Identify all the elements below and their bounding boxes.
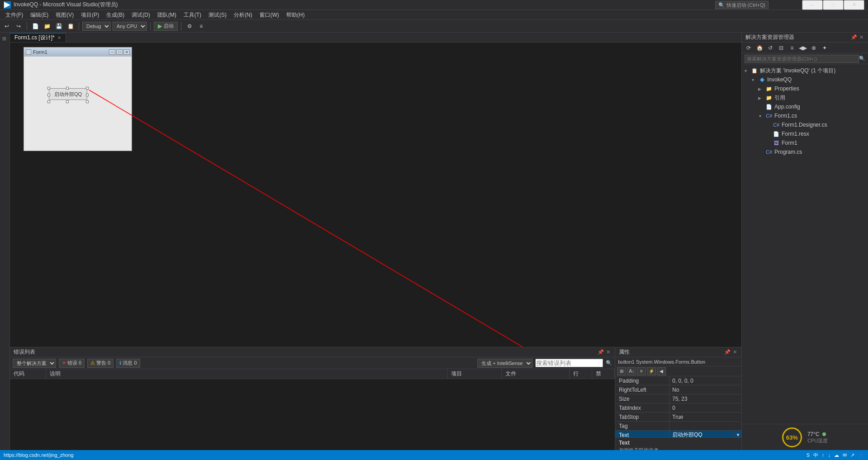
properties-panel-header: 属性 📌 ✕ — [615, 347, 741, 357]
cpu-temp-display: 77°C CPU温度 — [807, 431, 828, 444]
toolbar-separator-3 — [150, 22, 151, 30]
error-list-pin-btn[interactable]: 📌 — [598, 349, 604, 356]
minimize-button[interactable]: ─ — [802, 0, 823, 10]
se-search-btn[interactable]: 🔍 — [859, 56, 865, 62]
tree-item-icon: 📋 — [751, 67, 758, 74]
se-extra1-btn[interactable]: ◀▶ — [798, 43, 808, 53]
undo-button[interactable]: ↩ — [2, 21, 12, 31]
run-button[interactable]: ▶ 启动 — [154, 22, 178, 31]
properties-close-btn[interactable]: ✕ — [731, 349, 738, 356]
col-line: 行 — [570, 369, 592, 379]
sel-handle-tl — [47, 87, 50, 90]
property-name: Text — [615, 431, 670, 437]
property-row[interactable]: TabIndex0 — [615, 403, 741, 413]
save-all-button[interactable]: 📋 — [66, 21, 75, 31]
tree-item[interactable]: C#Program.cs — [742, 147, 868, 156]
tree-item[interactable]: ▶📁Properties — [742, 84, 868, 93]
tree-item[interactable]: C#Form1.Designer.cs — [742, 120, 868, 129]
se-pin-btn[interactable]: 📌 — [851, 34, 857, 41]
status-icon-1: S — [807, 452, 810, 458]
build-filter-dropdown[interactable]: 生成 + IntelliSense — [477, 359, 533, 368]
menu-item-d[interactable]: 调试(D) — [128, 10, 154, 20]
status-icon-3: ↑ — [822, 452, 825, 458]
form-minimize-btn[interactable]: ─ — [109, 49, 115, 55]
form-button-control[interactable]: 启动外部QQ — [49, 88, 87, 100]
property-row[interactable]: Padding0, 0, 0, 0 — [615, 376, 741, 385]
menu-item-p[interactable]: 项目(P) — [77, 10, 103, 20]
se-refresh-btn[interactable]: ↺ — [765, 43, 775, 53]
tree-item-icon: 📄 — [765, 103, 773, 110]
properties-list: Padding0, 0, 0, 0RightToLeftNoSize75, 23… — [615, 376, 741, 437]
warnings-filter-btn[interactable]: ⚠ 警告 0 — [87, 359, 113, 368]
toolbox-icon[interactable]: ⊞ — [1, 34, 9, 43]
se-sync-btn[interactable]: ⟳ — [744, 43, 754, 53]
menu-item-m[interactable]: 团队(M) — [154, 10, 180, 20]
tree-item[interactable]: ▼📋解决方案 'InvokeQQ' (1 个项目) — [742, 66, 868, 75]
form-body[interactable]: 启动外部QQ — [24, 57, 132, 151]
tree-item[interactable]: ▼◆InvokeQQ — [742, 75, 868, 84]
prop-extra-btn[interactable]: ◀ — [657, 367, 666, 375]
tree-item[interactable]: 🖼Form1 — [742, 138, 868, 147]
tree-item-icon: 📄 — [773, 130, 780, 138]
tree-item-label: Form1.resx — [782, 131, 809, 137]
error-search-btn[interactable]: 🔍 — [606, 360, 612, 366]
menu-item-b[interactable]: 生成(B) — [103, 10, 128, 20]
se-home-btn[interactable]: 🏠 — [755, 43, 764, 53]
quick-launch-box[interactable]: 🔍 快速启动 (Ctrl+Q) — [715, 1, 769, 9]
designer-area[interactable]: Form1 ─ □ ✕ 启动外部QQ — [10, 43, 741, 347]
menu-item-n[interactable]: 分析(N) — [230, 10, 256, 20]
designer-tab[interactable]: Form1.cs [设计]* ✕ — [10, 33, 66, 42]
tree-item[interactable]: ▶📁引用 — [742, 93, 868, 102]
maximize-button[interactable]: □ — [823, 0, 844, 10]
prop-events-btn[interactable]: ⚡ — [647, 367, 656, 375]
form-maximize-btn[interactable]: □ — [116, 49, 123, 55]
prop-props-btn[interactable]: ≡ — [637, 367, 646, 375]
scope-dropdown[interactable]: 整个解决方案 — [13, 359, 56, 368]
sel-handle-tc — [66, 87, 69, 90]
open-button[interactable]: 📁 — [42, 21, 52, 31]
menu-item-v[interactable]: 视图(V) — [52, 10, 77, 20]
toolbar-btn-extra1[interactable]: ⚙ — [184, 21, 194, 31]
error-list-panel: 错误列表 📌 ✕ 整个解决方案 ✕ 错误 0 — [10, 347, 615, 460]
property-row[interactable]: Size75, 23 — [615, 394, 741, 403]
se-extra3-btn[interactable]: ✦ — [820, 43, 830, 53]
menu-item-w[interactable]: 窗口(W) — [256, 10, 283, 20]
error-search-input[interactable] — [535, 359, 603, 367]
close-button[interactable]: ✕ — [844, 0, 864, 10]
menu-item-h[interactable]: 帮助(H) — [283, 10, 308, 20]
prop-category-btn[interactable]: ⊞ — [617, 367, 626, 375]
property-row[interactable]: RightToLeftNo — [615, 385, 741, 394]
property-row[interactable]: Tag — [615, 422, 741, 431]
save-button[interactable]: 💾 — [54, 21, 64, 31]
redo-button[interactable]: ↪ — [14, 21, 24, 31]
property-value: 0, 0, 0, 0 — [670, 378, 741, 384]
error-list-close-btn[interactable]: ✕ — [605, 349, 611, 356]
toolbar-btn-extra2[interactable]: ≡ — [196, 21, 206, 31]
property-row[interactable]: TabStopTrue — [615, 413, 741, 422]
properties-pin-btn[interactable]: 📌 — [724, 349, 731, 356]
debug-config-select[interactable]: Debug — [82, 22, 111, 31]
tree-item[interactable]: 📄App.config — [742, 102, 868, 111]
menu-item-s[interactable]: 测试(S) — [205, 10, 230, 20]
property-expand-arrow[interactable]: ▼ — [734, 431, 741, 437]
messages-filter-btn[interactable]: ℹ 消息 0 — [116, 359, 140, 368]
se-extra2-btn[interactable]: ⊕ — [809, 43, 819, 53]
new-file-button[interactable]: 📄 — [30, 21, 40, 31]
form-close-btn[interactable]: ✕ — [123, 49, 130, 55]
se-search-input[interactable] — [745, 55, 859, 63]
tab-close-icon[interactable]: ✕ — [57, 35, 61, 40]
menu-item-f[interactable]: 文件(F) — [2, 10, 27, 20]
property-row[interactable]: Text启动外部QQ▼ — [615, 431, 741, 437]
tree-item-icon: 📁 — [765, 85, 773, 92]
se-collapse-btn[interactable]: ⊟ — [776, 43, 786, 53]
errors-filter-btn[interactable]: ✕ 错误 0 — [59, 359, 85, 368]
menu-item-e[interactable]: 编辑(E) — [27, 10, 52, 20]
prop-alpha-btn[interactable]: A↓ — [627, 367, 636, 375]
platform-select[interactable]: Any CPU — [113, 22, 147, 31]
tree-item[interactable]: 📄Form1.resx — [742, 129, 868, 138]
bottom-area: 错误列表 📌 ✕ 整个解决方案 ✕ 错误 0 — [10, 347, 741, 460]
menu-item-t[interactable]: 工具(T) — [180, 10, 205, 20]
se-props-btn[interactable]: ≡ — [787, 43, 797, 53]
tree-item[interactable]: ▼C#Form1.cs — [742, 111, 868, 120]
se-close-btn[interactable]: ✕ — [858, 34, 864, 41]
